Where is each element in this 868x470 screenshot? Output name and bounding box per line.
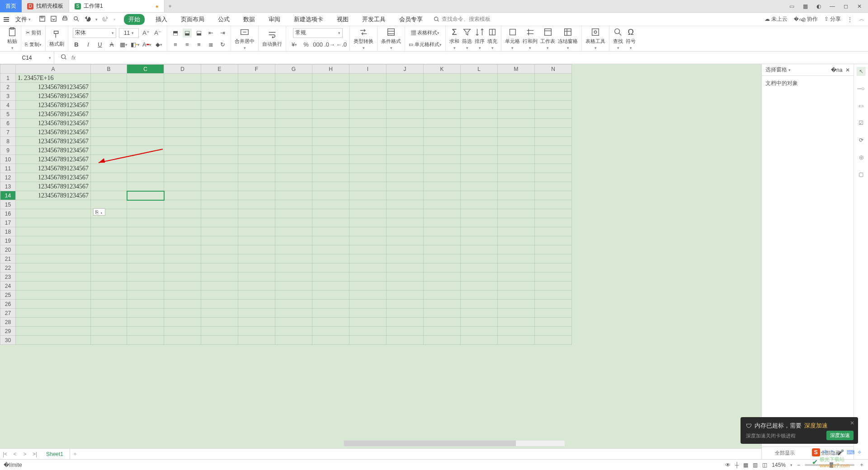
cell[interactable]	[461, 155, 498, 164]
cell[interactable]	[164, 227, 201, 236]
fill-button[interactable]: 填充▾	[487, 27, 497, 50]
row-header[interactable]: 5	[0, 110, 16, 119]
cell[interactable]	[275, 119, 312, 128]
cell[interactable]	[312, 191, 349, 200]
cell[interactable]	[312, 245, 349, 254]
cell[interactable]	[535, 101, 572, 110]
cell[interactable]	[201, 236, 238, 245]
cell[interactable]	[164, 155, 201, 164]
cell[interactable]	[238, 209, 275, 218]
cell[interactable]	[164, 146, 201, 155]
cell[interactable]	[164, 209, 201, 218]
help-icon[interactable]: ▢	[857, 170, 866, 179]
cell[interactable]	[312, 155, 349, 164]
cell[interactable]	[387, 263, 424, 273]
cell[interactable]	[424, 227, 461, 236]
cell[interactable]	[16, 327, 91, 336]
cell[interactable]	[535, 83, 572, 92]
cell[interactable]	[461, 101, 498, 110]
cell[interactable]	[498, 182, 535, 191]
col-header[interactable]: I	[349, 65, 387, 74]
tab-layout[interactable]: 页面布局	[178, 14, 207, 24]
cell[interactable]	[498, 200, 535, 209]
cell-style-button[interactable]: ▭ 单元格样式▾	[409, 41, 442, 48]
tab-workbook[interactable]: S 工作簿1 ●	[69, 0, 165, 12]
cell[interactable]	[201, 291, 238, 300]
cell[interactable]	[312, 182, 349, 191]
cell[interactable]	[275, 327, 312, 336]
cell[interactable]	[312, 173, 349, 182]
cell[interactable]	[387, 155, 424, 164]
cell[interactable]	[498, 273, 535, 282]
cell[interactable]	[127, 119, 164, 128]
row-header[interactable]: 26	[0, 300, 16, 309]
cell[interactable]	[127, 300, 164, 309]
strike-button[interactable]: A	[107, 40, 116, 49]
cell[interactable]	[535, 191, 572, 200]
cell[interactable]	[349, 101, 387, 110]
cell[interactable]: 1234567891234567	[16, 101, 91, 110]
cell[interactable]	[349, 245, 387, 254]
cell[interactable]	[127, 291, 164, 300]
popup-action-button[interactable]: 深度加速	[826, 431, 854, 440]
cell[interactable]: 1234567891234567	[16, 110, 91, 119]
save-as-icon[interactable]	[50, 15, 57, 24]
cell[interactable]	[127, 318, 164, 327]
cell[interactable]	[312, 119, 349, 128]
cut-button[interactable]: ✂ 剪切	[26, 29, 41, 36]
cell[interactable]	[91, 74, 127, 83]
cell[interactable]	[535, 282, 572, 291]
cell[interactable]	[387, 137, 424, 146]
cell[interactable]	[91, 245, 127, 254]
cell[interactable]	[91, 146, 127, 155]
cell[interactable]	[461, 336, 498, 345]
cell[interactable]	[127, 101, 164, 110]
cell[interactable]	[349, 74, 387, 83]
row-header[interactable]: 6	[0, 119, 16, 128]
cell[interactable]	[387, 74, 424, 83]
cell[interactable]	[91, 318, 127, 327]
cell[interactable]	[127, 282, 164, 291]
autofill-options[interactable]: ⎘ ▾	[93, 208, 105, 216]
cell[interactable]	[275, 74, 312, 83]
cell[interactable]	[387, 209, 424, 218]
row-header[interactable]: 2	[0, 83, 16, 92]
cell[interactable]	[498, 263, 535, 273]
cell[interactable]	[238, 263, 275, 273]
cell[interactable]	[164, 128, 201, 137]
col-header[interactable]: A	[16, 65, 91, 74]
cell[interactable]: 1234567891234567	[16, 119, 91, 128]
cell[interactable]	[201, 309, 238, 318]
cell[interactable]	[498, 318, 535, 327]
cell[interactable]	[127, 155, 164, 164]
align-middle-icon[interactable]: ⬓	[183, 28, 192, 38]
cell[interactable]	[349, 209, 387, 218]
cell[interactable]	[127, 218, 164, 227]
cell[interactable]	[424, 173, 461, 182]
cell[interactable]	[387, 128, 424, 137]
cell[interactable]	[127, 200, 164, 209]
cell[interactable]	[91, 227, 127, 236]
cell[interactable]	[387, 282, 424, 291]
cell[interactable]	[201, 327, 238, 336]
cell[interactable]	[312, 227, 349, 236]
cell[interactable]	[461, 227, 498, 236]
cell[interactable]	[424, 74, 461, 83]
cell[interactable]	[238, 245, 275, 254]
cell[interactable]	[424, 92, 461, 101]
sheet-nav-next[interactable]: >	[20, 451, 30, 457]
cell[interactable]	[498, 209, 535, 218]
row-header[interactable]: 14	[0, 191, 16, 200]
fx-cancel-icon[interactable]	[61, 54, 67, 61]
cell[interactable]	[312, 146, 349, 155]
cell[interactable]	[201, 300, 238, 309]
cell[interactable]	[535, 273, 572, 282]
cell[interactable]: 1234567891234567	[16, 155, 91, 164]
cell[interactable]	[275, 209, 312, 218]
cell[interactable]	[127, 191, 164, 200]
cell[interactable]	[461, 137, 498, 146]
cell[interactable]	[387, 309, 424, 318]
cell[interactable]	[238, 119, 275, 128]
cell[interactable]	[275, 164, 312, 173]
pane-pin-icon[interactable]: �na	[831, 67, 842, 73]
